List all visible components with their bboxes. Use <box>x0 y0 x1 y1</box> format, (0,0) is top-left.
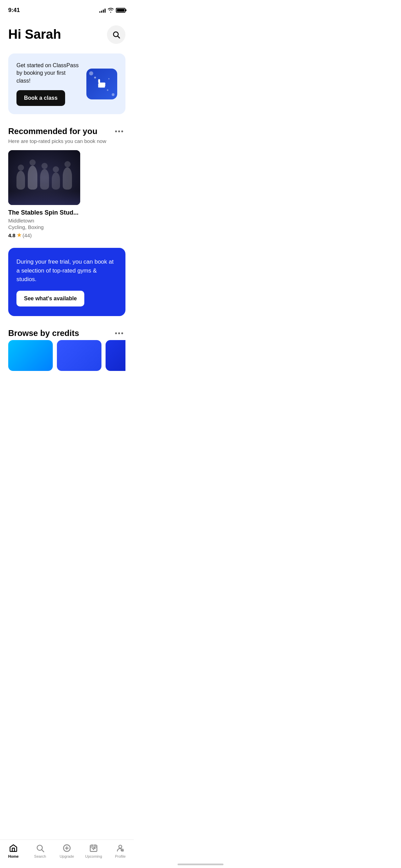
svg-rect-5 <box>98 83 99 88</box>
status-bar: 9:41 <box>0 0 134 19</box>
status-time: 9:41 <box>8 7 20 14</box>
svg-point-3 <box>108 78 109 80</box>
credit-card-2[interactable] <box>57 340 101 371</box>
class-name: The Stables Spin Stud... <box>8 209 80 216</box>
class-rating: 4.8 ★ (44) <box>8 232 80 238</box>
signal-icon <box>99 8 106 13</box>
credits-cards <box>8 340 125 371</box>
rating-count: (44) <box>23 232 32 238</box>
browse-more-button[interactable]: ••• <box>113 328 125 338</box>
greeting: Hi Sarah <box>8 27 61 42</box>
star-icon: ★ <box>17 232 21 238</box>
recommended-more-button[interactable]: ••• <box>113 126 125 136</box>
recommended-section: Recommended for you ••• Here are top-rat… <box>8 126 125 238</box>
browse-by-credits-section: Browse by credits ••• <box>8 328 125 371</box>
main-content: Hi Sarah Get started on ClassPass by boo… <box>0 19 134 412</box>
svg-point-2 <box>94 76 96 79</box>
svg-point-4 <box>107 89 108 91</box>
browse-title: Browse by credits <box>8 328 79 338</box>
thumbs-up-icon <box>93 74 111 93</box>
wifi-icon <box>108 8 114 13</box>
class-type: Cycling, Boxing <box>8 224 80 230</box>
credit-card-3[interactable] <box>106 340 125 371</box>
promo-text-area: Get started on ClassPass by booking your… <box>16 62 81 106</box>
search-icon <box>112 31 120 39</box>
browse-header: Browse by credits ••• <box>8 328 125 338</box>
see-available-button[interactable]: See what's available <box>16 291 84 306</box>
free-trial-text: During your free trial, you can book at … <box>16 257 117 284</box>
recommended-title: Recommended for you <box>8 126 97 136</box>
promo-description: Get started on ClassPass by booking your… <box>16 62 81 85</box>
promo-card: Get started on ClassPass by booking your… <box>8 53 125 114</box>
class-card[interactable]: The Stables Spin Stud... Middletown Cycl… <box>8 150 80 238</box>
class-location: Middletown <box>8 218 80 224</box>
credit-card-1[interactable] <box>8 340 53 371</box>
battery-icon <box>116 8 125 13</box>
book-class-button[interactable]: Book a class <box>16 90 65 106</box>
promo-illustration <box>86 69 117 99</box>
free-trial-banner: During your free trial, you can book at … <box>8 248 125 316</box>
header-row: Hi Sarah <box>8 25 125 44</box>
status-icons <box>99 8 125 13</box>
search-header-button[interactable] <box>107 25 125 44</box>
rating-value: 4.8 <box>8 232 15 238</box>
recommended-subtitle: Here are top-rated picks you can book no… <box>8 138 125 144</box>
recommended-header: Recommended for you ••• <box>8 126 125 136</box>
class-image <box>8 150 80 205</box>
class-image-silhouettes <box>16 166 72 190</box>
svg-line-1 <box>118 36 120 38</box>
